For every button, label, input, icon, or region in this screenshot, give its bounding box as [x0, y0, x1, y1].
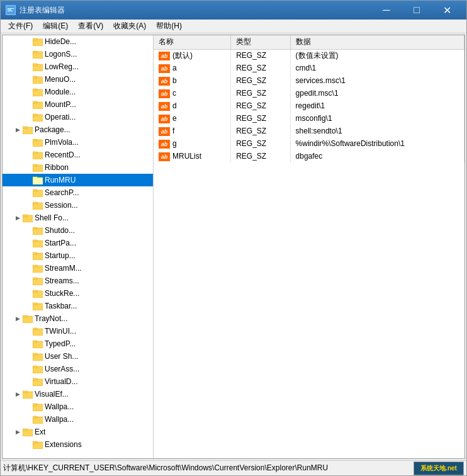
tree-label-Extensions: Extensions: [45, 440, 82, 449]
expander-StuckRe: [23, 287, 33, 300]
table-row[interactable]: abMRUList REG_SZ dbgafec: [154, 150, 464, 162]
table-row[interactable]: ab(默认) REG_SZ (数值未设置): [154, 49, 464, 62]
reg-type-icon: ab: [159, 89, 170, 98]
table-row[interactable]: abc REG_SZ gpedit.msc\1: [154, 87, 464, 99]
expander-RecentD: [23, 149, 33, 161]
tree-item-Session[interactable]: Session...: [3, 199, 153, 212]
tree-label-Wallpa2: Wallpa...: [45, 415, 74, 424]
tree-item-VisualEf[interactable]: ▶ VisualEf...: [3, 388, 153, 400]
folder-icon-Ext: [23, 428, 33, 436]
registry-tree[interactable]: HideDe... LogonS... LowReg...: [3, 35, 154, 458]
table-row[interactable]: aba REG_SZ cmd\1: [154, 62, 464, 74]
menu-favorites[interactable]: 收藏夹(A): [108, 20, 151, 33]
tree-item-Wallpa2[interactable]: Wallpa...: [3, 413, 153, 426]
tree-item-StreamM[interactable]: StreamM...: [3, 262, 153, 275]
tree-item-TWinUI[interactable]: TWinUI...: [3, 325, 153, 337]
folder-icon-StreamM: [33, 264, 43, 273]
folder-icon-Wallpa2: [33, 415, 43, 424]
tree-item-LowReg[interactable]: LowReg...: [3, 60, 153, 73]
tree-item-Module[interactable]: Module...: [3, 86, 153, 98]
tree-item-TypedP[interactable]: TypedP...: [3, 337, 153, 350]
svg-rect-53: [33, 341, 37, 343]
tree-item-Startup[interactable]: Startup...: [3, 249, 153, 262]
tree-label-Module: Module...: [45, 88, 76, 96]
expander-HideDe: [23, 35, 33, 48]
folder-icon-LowReg: [33, 62, 43, 71]
expander-VirtualD: [23, 375, 33, 388]
tree-item-Ribbon[interactable]: Ribbon: [3, 161, 153, 174]
tree-item-LogonS[interactable]: LogonS...: [3, 48, 153, 60]
tree-item-UserSh[interactable]: User Sh...: [3, 350, 153, 363]
expander-RunMRU: [23, 174, 33, 186]
expander-StreamM: [23, 262, 33, 275]
svg-rect-5: [33, 38, 37, 40]
tree-label-RunMRU: RunMRU: [45, 176, 76, 184]
tree-item-Ext[interactable]: ▶ Ext: [3, 426, 153, 438]
tree-item-Operati[interactable]: Operati...: [3, 111, 153, 123]
menu-view[interactable]: 查看(V): [73, 20, 108, 33]
tree-label-Ext: Ext: [35, 428, 45, 436]
tree-item-Extensions[interactable]: Extensions: [3, 438, 153, 451]
expander-ShellFo[interactable]: ▶: [13, 212, 23, 224]
tree-label-VirtualD: VirtualD...: [45, 377, 77, 386]
expander-TrayNot[interactable]: ▶: [13, 312, 23, 325]
expander-LogonS: [23, 48, 33, 60]
tree-label-HideDe: HideDe...: [45, 37, 76, 46]
expander-Package[interactable]: ▶: [13, 123, 23, 136]
table-row[interactable]: abd REG_SZ regedit\1: [154, 99, 464, 112]
reg-type: REG_SZ: [231, 49, 290, 62]
tree-label-UserAss: UserAss...: [45, 365, 79, 373]
tree-item-PlmVola[interactable]: PlmVola...: [3, 136, 153, 149]
close-button[interactable]: ✕: [432, 1, 461, 20]
tree-item-VirtualD[interactable]: VirtualD...: [3, 375, 153, 388]
tree-item-Shutdo[interactable]: Shutdo...: [3, 224, 153, 237]
svg-rect-45: [33, 290, 37, 292]
tree-item-Wallpa1[interactable]: Wallpa...: [3, 400, 153, 413]
tree-item-Package[interactable]: ▶ Package...: [3, 123, 153, 136]
tree-item-TrayNot[interactable]: ▶ TrayNot...: [3, 312, 153, 325]
svg-rect-43: [33, 278, 37, 280]
status-bar: 计算机\HKEY_CURRENT_USER\Software\Microsoft…: [1, 460, 466, 475]
tree-label-StuckRe: StuckRe...: [45, 289, 79, 298]
main-content: HideDe... LogonS... LowReg...: [2, 35, 465, 459]
menu-bar: 文件(F) 编辑(E) 查看(V) 收藏夹(A) 帮助(H): [1, 20, 466, 33]
table-row[interactable]: abg REG_SZ %windir%\SoftwareDistribution…: [154, 137, 464, 150]
tree-item-RunMRU[interactable]: RunMRU: [3, 174, 153, 186]
registry-values-panel[interactable]: 名称 类型 数据 ab(默认) REG_SZ (数值未设置): [154, 35, 464, 458]
reg-data: dbgafec: [290, 150, 464, 162]
tree-item-StartPa[interactable]: StartPa...: [3, 237, 153, 249]
tree-item-MenuO[interactable]: MenuO...: [3, 73, 153, 86]
tree-item-HideDe[interactable]: HideDe...: [3, 35, 153, 48]
menu-help[interactable]: 帮助(H): [151, 20, 187, 33]
folder-icon-HideDe: [33, 37, 43, 46]
menu-edit[interactable]: 编辑(E): [38, 20, 73, 33]
tree-item-StuckRe[interactable]: StuckRe...: [3, 287, 153, 300]
tree-item-MountP[interactable]: MountP...: [3, 98, 153, 111]
tree-item-SearchP[interactable]: SearchP...: [3, 186, 153, 199]
tree-item-Taskbar[interactable]: Taskbar...: [3, 300, 153, 312]
tree-item-UserAss[interactable]: UserAss...: [3, 363, 153, 375]
svg-rect-41: [33, 265, 37, 267]
table-row[interactable]: abb REG_SZ services.msc\1: [154, 74, 464, 87]
table-row[interactable]: abe REG_SZ msconfig\1: [154, 112, 464, 125]
svg-rect-25: [33, 164, 37, 166]
svg-rect-57: [33, 366, 37, 368]
svg-rect-29: [33, 190, 37, 191]
expander-Ext[interactable]: ▶: [13, 426, 23, 438]
menu-file[interactable]: 文件(F): [3, 20, 38, 33]
tree-item-ShellFo[interactable]: ▶ Shell Fo...: [3, 212, 153, 224]
tree-label-Streams: Streams...: [45, 276, 79, 285]
maximize-button[interactable]: □: [402, 1, 431, 20]
svg-rect-11: [33, 76, 37, 78]
reg-name: abd: [154, 99, 231, 112]
tree-label-ShellFo: Shell Fo...: [35, 213, 69, 222]
minimize-button[interactable]: ─: [372, 1, 401, 20]
expander-TWinUI: [23, 325, 33, 337]
reg-type-icon: ab: [159, 77, 170, 86]
expander-VisualEf[interactable]: ▶: [13, 388, 23, 400]
tree-item-RecentD[interactable]: RecentD...: [3, 149, 153, 161]
table-row[interactable]: abf REG_SZ shell:sendto\1: [154, 125, 464, 137]
reg-name: abc: [154, 87, 231, 99]
tree-item-Streams[interactable]: Streams...: [3, 275, 153, 287]
folder-icon-Session: [33, 201, 43, 210]
